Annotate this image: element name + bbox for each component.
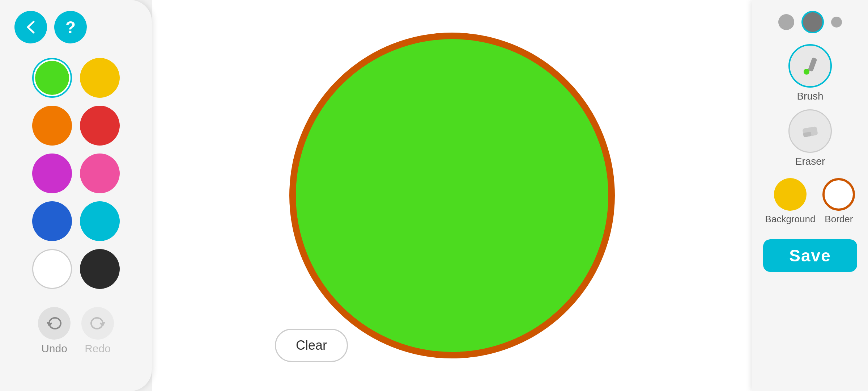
undo-button[interactable]: Undo <box>38 307 71 355</box>
eraser-tool-button[interactable] <box>788 109 832 153</box>
brush-tool-section: Brush <box>788 44 832 102</box>
brush-size-small[interactable] <box>778 14 794 30</box>
top-nav: ? <box>14 11 87 43</box>
color-swatch-green[interactable] <box>32 58 72 98</box>
color-swatch-orange[interactable] <box>32 106 72 146</box>
brush-size-medium[interactable] <box>801 11 824 33</box>
back-button[interactable] <box>14 11 47 43</box>
color-palette <box>32 58 120 289</box>
eraser-label: Eraser <box>795 156 825 167</box>
right-sidebar: Brush Eraser Background Border Save <box>752 0 868 391</box>
color-swatch-yellow[interactable] <box>80 58 120 98</box>
border-label: Border <box>825 214 853 225</box>
border-color-button[interactable] <box>822 178 855 211</box>
svg-rect-2 <box>805 69 808 72</box>
help-button[interactable]: ? <box>54 11 87 43</box>
background-color-button[interactable] <box>774 178 807 211</box>
color-swatch-darkgray[interactable] <box>80 249 120 289</box>
color-swatch-cyan[interactable] <box>80 201 120 241</box>
left-sidebar: ? Undo <box>0 0 152 391</box>
svg-rect-0 <box>808 57 817 72</box>
color-swatch-pink[interactable] <box>80 154 120 193</box>
undo-label: Undo <box>41 342 67 355</box>
canvas-area[interactable] <box>152 0 752 391</box>
clear-button[interactable]: Clear <box>275 329 348 362</box>
bg-border-section: Background Border <box>765 178 855 225</box>
redo-label: Redo <box>85 342 111 355</box>
color-swatch-blue[interactable] <box>32 201 72 241</box>
brush-size-selector <box>778 11 842 33</box>
redo-button[interactable]: Redo <box>81 307 114 355</box>
eraser-tool-section: Eraser <box>788 109 832 167</box>
brush-label: Brush <box>797 91 823 102</box>
undo-redo-section: Undo Redo <box>38 307 114 355</box>
undo-circle[interactable] <box>38 307 71 340</box>
background-label: Background <box>765 214 816 225</box>
drawn-circle <box>289 33 615 358</box>
color-swatch-purple[interactable] <box>32 154 72 193</box>
help-icon: ? <box>65 17 76 37</box>
background-item: Background <box>765 178 816 225</box>
brush-size-large[interactable] <box>831 17 842 28</box>
brush-tool-button[interactable] <box>788 44 832 88</box>
color-swatch-white[interactable] <box>32 249 72 289</box>
save-button[interactable]: Save <box>763 239 857 272</box>
color-swatch-red[interactable] <box>80 106 120 146</box>
border-item: Border <box>822 178 855 225</box>
redo-circle[interactable] <box>81 307 114 340</box>
